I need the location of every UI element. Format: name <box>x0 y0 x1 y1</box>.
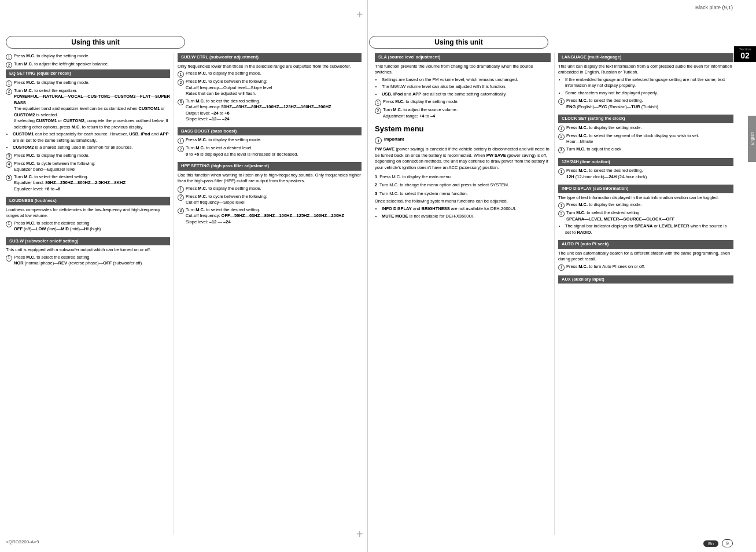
h12-24-heading: 12H/24H (time notation) <box>558 158 733 167</box>
section-badge: Section 02 <box>734 46 756 62</box>
item-text: Turn M.C. to select the desired setting.… <box>14 174 170 193</box>
item-text: Press M.C. to display the setting mode. <box>566 125 733 132</box>
num-2: 2 <box>178 79 184 86</box>
bottom-bar: <QRD3200-A>9 En 9 <box>6 539 733 547</box>
item-text: Press M.C. to select the segment of the … <box>566 133 733 145</box>
list-item: MUTE MODE is not available for DEH-X3600… <box>382 214 551 220</box>
custom-bullets: CUSTOM1 can be set separately for each s… <box>13 131 170 151</box>
page-number: 9 <box>722 539 733 547</box>
list-item: 1 Press M.C. to turn Auto PI seek on or … <box>558 264 733 271</box>
num-5: 5 <box>6 175 12 181</box>
info-display-bullet: The signal bar indicator displays for SP… <box>565 223 733 235</box>
item-text: Press M.C. to select the desired setting… <box>566 98 733 110</box>
list-item: 1 Press M.C. to display the setting mode… <box>375 99 551 106</box>
item-text: Press M.C. to select the desired setting… <box>14 255 170 267</box>
right-page-title: Using this unit <box>369 36 548 49</box>
item-text: Press M.C. to select the desired setting… <box>14 220 170 233</box>
loudness-heading: LOUDNESS (loudness) <box>6 197 170 205</box>
item-text: Press M.C. to cycle between the followin… <box>14 161 170 173</box>
item-text: Turn M.C. to adjust the source volume.Ad… <box>383 107 551 119</box>
hpf-desc: Use this function when wanting to listen… <box>178 172 362 185</box>
item-text: Turn M.C. to select the desired setting.… <box>186 207 362 226</box>
left-col: 1 Press M.C. to display the setting mode… <box>6 53 174 535</box>
important-box: i Important <box>375 137 551 144</box>
item-text: Turn M.C. to adjust the left/right speak… <box>14 61 170 68</box>
list-item: INFO DISPLAY and BRIGHTNESS are not avai… <box>382 206 551 212</box>
subw-ctrl-desc: Only frequencies lower than those in the… <box>178 64 362 70</box>
num-1: 1 <box>558 168 565 175</box>
num-1: 1 <box>178 186 184 193</box>
list-item: 2 Press M.C. to cycle between the follow… <box>178 194 362 206</box>
right-col: SUB.W CTRL (subwoofer adjustment) Only f… <box>174 53 362 535</box>
loudness-desc: Loudness compensates for deficiencies in… <box>6 207 170 219</box>
num-2: 2 <box>558 211 565 217</box>
num-1: 1 <box>178 138 184 144</box>
language-bullets: If the embedded language and the selecte… <box>565 77 733 97</box>
en-badge: En <box>703 540 718 547</box>
system-menu-bullets: INFO DISPLAY and BRIGHTNESS are not avai… <box>382 206 551 219</box>
list-item: 3 Turn M.C. to select the desired settin… <box>178 98 362 123</box>
list-item: 2 Turn M.C. to adjust the left/right spe… <box>6 61 170 68</box>
item-text: Turn M.C. to select the equalizer. POWER… <box>14 88 170 131</box>
list-item: 2 Press M.C. to cycle between the follow… <box>178 79 362 97</box>
right-content-body: SLA (source level adjustment) This funct… <box>375 53 733 535</box>
list-item: 1 Press M.C. to display the setting mode… <box>6 53 170 60</box>
sla-desc: This function prevents the volume from c… <box>375 64 551 76</box>
num-2: 2 <box>558 134 565 140</box>
num-1: 1 <box>6 255 12 262</box>
sla-bullets: Settings are based on the FM volume leve… <box>382 77 551 98</box>
bass-boost-heading: BASS BOOST (bass boost) <box>178 127 362 136</box>
list-item: USB, iPod and APP are all set to the sam… <box>382 91 551 98</box>
language-sidebar: English <box>748 116 756 162</box>
list-item: 2 Turn M.C. to select the equalizer. POW… <box>6 88 170 131</box>
item-text: Press M.C. to display the setting mode. <box>383 99 551 106</box>
hpf-setting-heading: HPF SETTING (high pass filter adjustment… <box>178 162 362 171</box>
important-icon: i <box>375 137 382 144</box>
num-1: 1 <box>558 264 565 271</box>
num-1: 1 <box>178 71 184 78</box>
num-2: 2 <box>178 146 184 152</box>
num-3: 3 <box>6 153 12 160</box>
list-item: 5 Turn M.C. to select the desired settin… <box>6 174 170 193</box>
list-item: Some characters may not be displayed pro… <box>565 90 733 97</box>
list-item: 1 Press M.C. to display the setting mode… <box>178 137 362 144</box>
list-item: The MW/LW volume level can also be adjus… <box>382 84 551 90</box>
num-3: 3 <box>558 147 565 153</box>
info-display-desc: The type of text information displayed i… <box>558 195 733 201</box>
item-text: Turn M.C. to select the desired setting.… <box>566 210 733 222</box>
item-text: Press M.C. to turn Auto PI seek on or of… <box>566 264 733 271</box>
aux-heading: AUX (auxiliary input) <box>558 275 733 284</box>
num-2: 2 <box>375 108 381 114</box>
num-1: 1 <box>6 54 12 60</box>
page-container: Black plate (9,1) Section 02 English Usi… <box>0 0 756 552</box>
list-item: Settings are based on the FM volume leve… <box>382 77 551 83</box>
list-item: 3 Turn M.C. to adjust the clock. <box>558 146 733 153</box>
list-item: 3 Turn M.C. to select the desired settin… <box>178 207 362 226</box>
list-item: If the embedded language and the selecte… <box>565 77 733 89</box>
auto-pi-desc: The unit can automatically search for a … <box>558 251 733 263</box>
num-4: 4 <box>6 161 12 168</box>
list-item: CUSTOM1 can be set separately for each s… <box>13 131 170 143</box>
important-label: Important <box>384 137 404 143</box>
item-text: Press M.C. to display the setting mode. <box>14 153 170 160</box>
list-item: 1 Press M.C. to display the setting mode… <box>558 202 733 209</box>
num-1: 1 <box>558 203 565 209</box>
list-item: 1 Press M.C. to display the setting mode… <box>178 186 362 193</box>
page-code: <QRD3200-A>9 <box>6 539 39 547</box>
info-display-heading: INFO DISPLAY (sub information) <box>558 185 733 193</box>
list-item: 3 Press M.C. to display the setting mode… <box>6 153 170 160</box>
top-label: Black plate (9,1) <box>695 5 733 10</box>
item-text: Press M.C. to display the setting mode. <box>566 202 733 209</box>
left-content-body: 1 Press M.C. to display the setting mode… <box>6 53 362 535</box>
item-text: Press M.C. to display the setting mode. <box>14 53 170 60</box>
list-item: 2 Press M.C. to select the segment of th… <box>558 133 733 145</box>
step-3: 3 Turn M.C. to select the system menu fu… <box>375 190 551 197</box>
item-text: Press M.C. to select the desired setting… <box>566 168 733 180</box>
list-item: 1 Press M.C. to display the setting mode… <box>6 80 170 87</box>
list-item: 1 Press M.C. to select the desired setti… <box>558 168 733 180</box>
item-text: Press M.C. to display the setting mode. <box>14 80 170 87</box>
num-1: 1 <box>558 98 565 105</box>
step-2: 2 Turn M.C. to change the menu option an… <box>375 182 551 188</box>
auto-pi-heading: AUTO PI (auto PI seek) <box>558 240 733 249</box>
item-text: Turn M.C. to adjust the clock. <box>566 146 733 153</box>
